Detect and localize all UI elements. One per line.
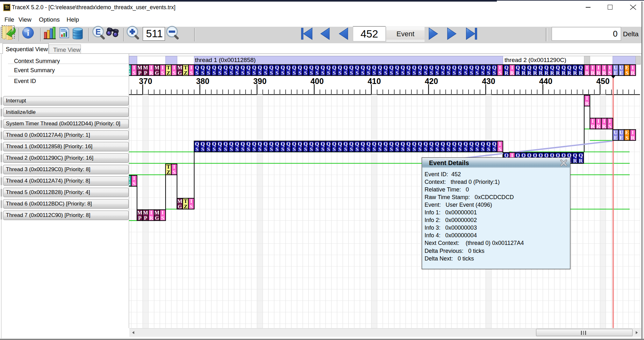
svg-text:S: S [487, 146, 490, 152]
svg-text:R: R [562, 70, 566, 76]
svg-text:R: R [631, 135, 635, 141]
svg-text:E: E [619, 70, 623, 76]
svg-text:S: S [493, 146, 496, 152]
svg-text:S: S [218, 146, 221, 152]
svg-text:S: S [436, 146, 439, 152]
svg-text:S: S [298, 146, 301, 152]
svg-text:R: R [556, 70, 560, 76]
svg-text:S: S [213, 70, 216, 76]
svg-text:S: S [293, 70, 296, 76]
svg-text:Delta Previous: 0 ticks: Delta Previous: 0 ticks [425, 248, 484, 254]
svg-text:S: S [321, 146, 324, 152]
svg-text:R: R [602, 70, 606, 76]
svg-text:P: P [138, 215, 141, 221]
svg-text:S: S [333, 70, 336, 76]
svg-text:S: S [304, 146, 307, 152]
svg-text:Info 1: 0x00000001: Info 1: 0x00000001 [425, 209, 477, 216]
svg-text:E: E [619, 135, 623, 141]
svg-text:S: S [196, 70, 198, 76]
svg-text:S: S [235, 70, 238, 76]
svg-text:S: S [241, 146, 244, 152]
svg-text:R: R [504, 70, 509, 76]
svg-text:R: R [510, 70, 514, 76]
svg-text:S: S [458, 146, 461, 152]
svg-text:S: S [270, 70, 273, 76]
svg-text:P: P [144, 215, 147, 221]
svg-text:R: R [631, 70, 635, 76]
svg-text:S: S [264, 70, 267, 76]
svg-text:S: S [241, 70, 244, 76]
svg-text:S: S [453, 70, 456, 76]
svg-text:S: S [258, 146, 261, 152]
svg-text:S: S [396, 70, 398, 76]
svg-text:Event Details: Event Details [429, 159, 469, 166]
svg-text:S: S [344, 146, 347, 152]
svg-text:S: S [361, 146, 364, 152]
svg-text:thread 1 (0x00112858): thread 1 (0x00112858) [195, 57, 256, 63]
svg-text:R: R [597, 123, 601, 129]
svg-text:S: S [224, 70, 227, 76]
svg-text:S: S [281, 70, 284, 76]
svg-text:S: S [230, 146, 233, 152]
svg-text:S: S [258, 70, 261, 76]
svg-text:S: S [407, 70, 410, 76]
svg-text:S: S [419, 146, 421, 152]
svg-text:S: S [213, 146, 216, 152]
svg-text:S: S [470, 146, 473, 152]
svg-text:S: S [247, 70, 250, 76]
svg-text:S: S [355, 70, 358, 76]
svg-text:S: S [287, 146, 290, 152]
svg-text:S: S [201, 70, 204, 76]
svg-text:S: S [476, 146, 478, 152]
svg-text:S: S [373, 146, 376, 152]
svg-text:R: R [573, 158, 577, 164]
svg-text:S: S [344, 70, 347, 76]
svg-text:S: S [350, 146, 353, 152]
svg-text:Relative Time: 0: Relative Time: 0 [425, 186, 469, 193]
svg-text:410: 410 [368, 77, 381, 86]
svg-text:S: S [207, 70, 210, 76]
svg-text:Info 4: 0x00000004: Info 4: 0x00000004 [425, 232, 477, 239]
svg-text:R: R [567, 70, 571, 76]
svg-text:S: S [447, 146, 450, 152]
svg-text:S: S [373, 70, 376, 76]
svg-text:S: S [230, 70, 233, 76]
svg-text:S: S [298, 70, 301, 76]
svg-text:thread 2 (0x0011290C): thread 2 (0x0011290C) [504, 57, 566, 63]
svg-text:Info 2: 0x00000002: Info 2: 0x00000002 [425, 217, 477, 223]
svg-text:R: R [579, 158, 583, 164]
svg-text:S: S [361, 70, 364, 76]
svg-text:S: S [464, 70, 467, 76]
svg-text:S: S [339, 70, 341, 76]
svg-text:Z: Z [167, 169, 170, 175]
svg-text:G: G [155, 70, 159, 76]
svg-text:R: R [597, 70, 601, 76]
svg-text:380: 380 [196, 77, 210, 86]
svg-text:R: R [149, 70, 154, 76]
svg-text:S: S [173, 70, 175, 76]
svg-text:S: S [441, 70, 444, 76]
svg-text:Raw Time Stamp: 0xCDCDCDCD: Raw Time Stamp: 0xCDCDCDCD [425, 194, 514, 200]
svg-text:S: S [436, 70, 439, 76]
svg-text:Event: User Event (4096): Event: User Event (4096) [425, 202, 492, 208]
svg-text:S: S [190, 204, 193, 210]
svg-text:S: S [378, 70, 381, 76]
svg-text:S: S [316, 146, 318, 152]
svg-text:S: S [424, 146, 427, 152]
svg-text:S: S [316, 70, 318, 76]
svg-text:S: S [396, 146, 398, 152]
svg-text:S: S [132, 181, 135, 187]
svg-text:450: 450 [596, 77, 610, 86]
svg-text:R: R [591, 70, 595, 76]
svg-text:S: S [608, 70, 611, 76]
svg-text:S: S [458, 70, 461, 76]
svg-text:P: P [144, 70, 147, 76]
svg-text:S: S [464, 146, 467, 152]
svg-text:R: R [522, 70, 526, 76]
svg-text:S: S [253, 70, 255, 76]
svg-text:400: 400 [311, 77, 324, 86]
svg-text:R: R [573, 70, 577, 76]
svg-text:Z: Z [167, 70, 170, 76]
svg-text:S: S [384, 70, 387, 76]
svg-text:S: S [339, 146, 341, 152]
